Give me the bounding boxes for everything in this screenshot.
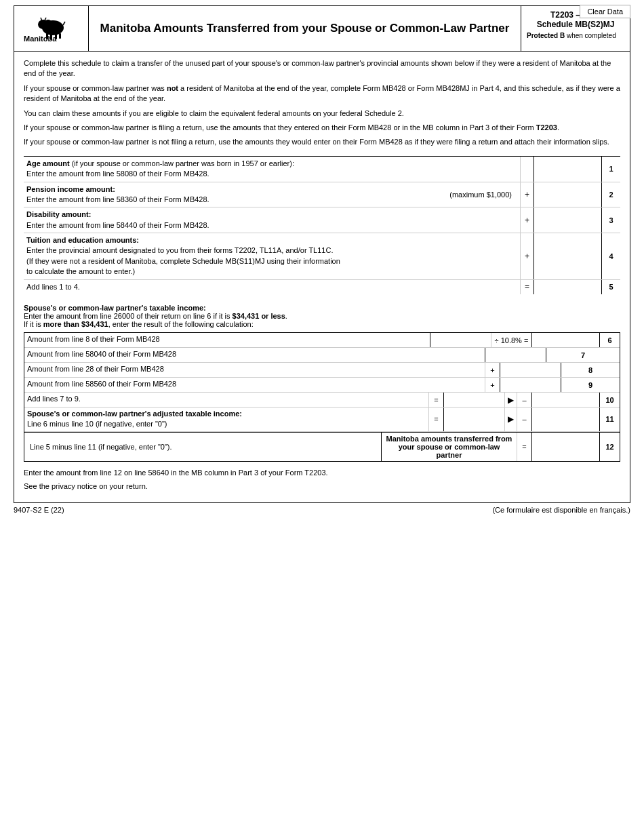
line-9-op: + [485, 378, 500, 392]
instruction-3: You can claim these amounts if you are e… [24, 108, 620, 119]
line-6-label: Amount from line 8 of their Form MB428 [24, 333, 430, 347]
line-10-subtract-op: – [517, 393, 531, 407]
line-11-result-input[interactable] [532, 408, 599, 431]
svg-line-9 [63, 22, 65, 25]
line-1-input[interactable] [534, 163, 601, 174]
line-7-input-box [485, 348, 546, 362]
line-4-row: Tuition and education amounts: Enter the… [24, 233, 620, 279]
line-11-row: Spouse's or common-law partner's adjuste… [24, 408, 620, 432]
line-9-input[interactable] [500, 378, 561, 392]
line-11-arrow: ▶ [504, 408, 517, 431]
spouse-title-bold: Spouse's or common-law partner's taxable… [24, 304, 206, 312]
line-4-sublabel-3: to calculate the amount to enter.) [26, 267, 135, 275]
line-3-input[interactable] [534, 215, 601, 226]
line-6-result-input[interactable] [532, 333, 599, 347]
header-logo: Manitoba [14, 6, 89, 51]
line-4-input[interactable] [534, 251, 601, 262]
clear-data-button[interactable]: Clear Data [580, 5, 630, 18]
form-title-block: Manitoba Amounts Transferred from your S… [89, 6, 521, 51]
line-11-number: 11 [599, 408, 620, 431]
line-11-result-box [531, 408, 599, 431]
line-2-row: Pension income amount: Enter the amount … [24, 182, 620, 207]
form-title: Manitoba Amounts Transferred from your S… [100, 21, 510, 36]
line-10-result-input[interactable] [532, 393, 599, 407]
instruction-5: If your spouse or common-law partner is … [24, 137, 620, 147]
line-7-input[interactable] [485, 348, 546, 362]
manitoba-logo: Manitoba [22, 12, 80, 45]
line-4-operator: + [520, 233, 534, 279]
spouse-desc-2: If it is more than $34,431, enter the re… [24, 320, 254, 328]
line-2-input-box [534, 182, 601, 207]
line-4-label: Tuition and education amounts: Enter the… [24, 233, 520, 279]
footer-line-1: Enter the amount from line 12 on line 58… [24, 469, 611, 477]
svg-line-4 [45, 18, 46, 20]
line-8-row: Amount from line 28 of their Form MB428 … [24, 363, 620, 378]
line-4-sublabel-2: (If they were not a resident of Manitoba… [26, 257, 340, 265]
line-12-row: Line 5 minus line 11 (if negative, enter… [24, 432, 620, 461]
line-2-operator: + [520, 182, 534, 207]
line-12-number: 12 [599, 433, 620, 461]
spouse-section: Spouse's or common-law partner's taxable… [24, 304, 620, 462]
line-12-middle-label: Manitoba amounts transferred fromyour sp… [381, 433, 517, 461]
line-5-text: Add lines 1 to 4. [26, 283, 80, 291]
spouse-desc-1: Enter the amount from line 26000 of thei… [24, 312, 287, 320]
bison-svg: Manitoba [22, 12, 80, 45]
line-11-label: Spouse's or common-law partner's adjuste… [24, 408, 428, 431]
line-7-row: Amount from line 58040 of their Form MB4… [24, 348, 620, 363]
line-8-input[interactable] [500, 363, 561, 377]
line-1-label-text: (if your spouse or common-law partner wa… [72, 159, 294, 167]
line-9-row: Amount from line 58560 of their Form MB4… [24, 378, 620, 393]
line-2-sublabel: Enter the amount from line 58360 of thei… [26, 195, 209, 203]
line-5-input[interactable] [534, 281, 601, 292]
line-10-result-box [531, 393, 599, 407]
form-container: Manitoba [14, 5, 630, 503]
form-code: 9407-S2 E (22) [14, 506, 64, 514]
line-8-op: + [485, 363, 500, 377]
line-7-label: Amount from line 58040 of their Form MB4… [24, 348, 485, 362]
line-6-result-box [531, 333, 599, 347]
line-10-op: = [428, 393, 443, 407]
line-1-label: Age amount (if your spouse or common-law… [24, 157, 520, 182]
lines-1-5-section: Age amount (if your spouse or common-law… [24, 156, 620, 294]
line-12-label: Line 5 minus line 11 (if negative, enter… [24, 433, 381, 461]
instructions-section: Complete this schedule to claim a transf… [14, 52, 630, 502]
line-10-sum-input[interactable] [444, 393, 504, 407]
line-10-row: Add lines 7 to 9. = ▶ – 10 [24, 393, 620, 408]
calc-grid: Amount from line 8 of their Form MB428 ÷… [24, 332, 620, 462]
line-3-bold-label: Disability amount: [26, 210, 91, 218]
spouse-section-title: Spouse's or common-law partner's taxable… [24, 304, 620, 328]
line-11-sum-input[interactable] [444, 408, 504, 431]
line-8-input-box [500, 363, 561, 377]
line-6-percent: ÷ 10.8% = [491, 333, 531, 347]
line-2-label: Pension income amount: Enter the amount … [24, 182, 449, 207]
instructions-block: Complete this schedule to claim a transf… [24, 58, 620, 148]
form-schedule: Schedule MB(S2)MJ [527, 20, 624, 29]
line-5-operator: = [520, 280, 534, 294]
line-5-number: 5 [601, 280, 620, 294]
line-3-number: 3 [601, 207, 620, 233]
line-6-input-box [430, 333, 491, 347]
line-12-middle-text: Manitoba amounts transferred fromyour sp… [386, 435, 512, 459]
line-9-input-box [500, 378, 561, 392]
svg-rect-8 [59, 33, 61, 39]
line-11-eq: = [428, 408, 443, 431]
line-10-label: Add lines 7 to 9. [24, 393, 428, 407]
line-12-result-input[interactable] [532, 433, 599, 461]
line-12-eq: = [517, 433, 531, 461]
line-6-input[interactable] [430, 333, 491, 347]
line-4-input-box [534, 233, 601, 279]
instruction-4: If your spouse or common-law partner is … [24, 123, 620, 133]
line-8-number: 8 [561, 363, 620, 377]
line-6-number: 6 [599, 333, 620, 347]
bottom-bar: 9407-S2 E (22) (Ce formulaire est dispon… [14, 503, 630, 517]
line-3-row: Disability amount: Enter the amount from… [24, 207, 620, 233]
line-2-input[interactable] [534, 189, 601, 200]
line-4-number: 4 [601, 233, 620, 279]
line-3-sublabel: Enter the amount from line 58440 of thei… [26, 221, 209, 229]
line-1-sublabel: Enter the amount from line 58080 of thei… [26, 170, 209, 178]
line-11-bold-label: Spouse's or common-law partner's adjuste… [27, 410, 242, 418]
line-5-label: Add lines 1 to 4. [24, 280, 520, 294]
line-6-row: Amount from line 8 of their Form MB428 ÷… [24, 333, 620, 348]
line-11-sublabel: Line 6 minus line 10 (if negative, enter… [27, 420, 167, 428]
protected-bold: Protected B [527, 32, 565, 39]
